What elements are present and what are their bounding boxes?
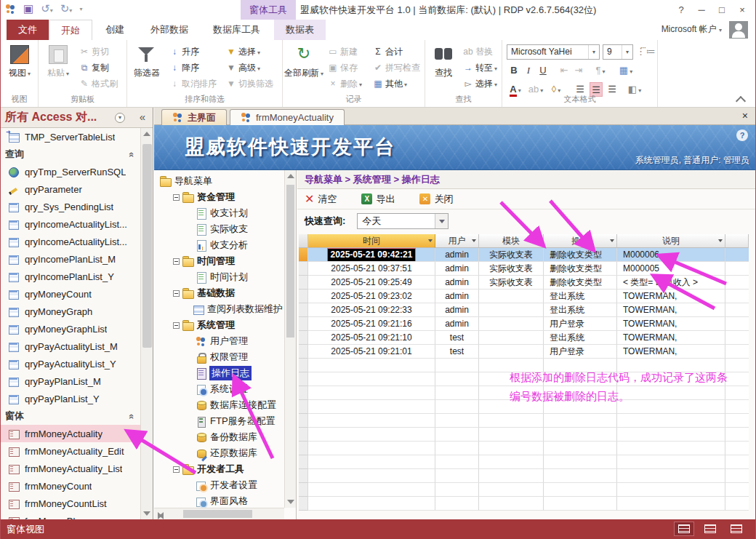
cell-用户[interactable]: admin [435,317,479,331]
sort-descending-button[interactable]: ↓降序 [169,60,199,76]
cell-操作[interactable]: 删除收支类型 [544,276,617,290]
bold-button[interactable]: B [508,63,520,78]
cell-操作[interactable]: 删除收支类型 [544,262,617,276]
redo-icon[interactable]: ↻▾ [60,2,73,15]
sort-ascending-button[interactable]: ↓升序 [169,44,199,60]
sort-dropdown-icon[interactable] [472,239,476,242]
section-forms[interactable]: 窗体« [1,407,140,425]
table-row[interactable]: 2025-05-21 09:21:10test登出系统TOWERMAN, [299,331,749,345]
tree-vertical-scrollbar[interactable] [284,170,296,508]
scroll-right-icon[interactable] [156,510,164,519]
tree-item-系统管理[interactable]: 系统管理 [157,317,283,333]
sidebar-item-frmMoneyActuality_Edit[interactable]: frmMoneyActuality_Edit [1,442,140,460]
row-selector[interactable] [299,331,308,345]
cell-用户[interactable]: test [435,345,479,359]
cell-用户[interactable]: admin [435,290,479,303]
table-row[interactable]: 2025-05-21 09:21:16admin用户登录TOWERMAN, [299,317,749,331]
sidebar-item-frmMoneyActuality_List[interactable]: frmMoneyActuality_List [1,460,140,477]
selection-filter-button[interactable]: ▼选择▾ [226,44,260,60]
italic-button[interactable]: I [523,63,534,78]
tree-horizontal-scrollbar[interactable] [154,508,284,519]
tree-item-用户管理[interactable]: 用户管理 [157,333,283,349]
row-selector[interactable] [299,248,308,262]
save-icon[interactable]: ▣ [23,2,33,15]
row-selector[interactable] [299,483,308,497]
tree-item-基础数据[interactable]: 基础数据 [157,285,283,301]
advanced-filter-button[interactable]: ▼高级▾ [226,60,260,76]
collapse-expander-icon[interactable] [173,466,180,473]
tree-item-资金管理[interactable]: 资金管理 [157,189,283,205]
sort-dropdown-icon[interactable] [536,239,541,242]
shutter-bar-collapse-icon[interactable]: « [140,111,145,123]
close-button[interactable]: × [732,0,752,20]
tree-item-操作日志[interactable]: 操作日志 [157,365,283,381]
table-row[interactable]: 2025-05-21 09:42:21admin实际收支表删除收支类型M0000… [299,248,749,262]
filter-button[interactable]: 筛选器 [130,44,164,79]
customize-qat-icon[interactable]: ▾ [79,6,82,12]
cell-说明[interactable]: TOWERMAN, [617,303,725,317]
row-selector[interactable] [299,414,308,428]
column-header-模块[interactable]: 模块 [479,234,544,248]
cell-用户[interactable]: admin [435,303,479,317]
cell-时间[interactable]: 2025-05-21 09:21:10 [308,331,435,345]
cell-说明[interactable]: TOWERMAN, [617,345,725,359]
help-button[interactable]: ? [671,0,691,20]
tree-item-还原数据库[interactable]: 还原数据库 [157,445,283,461]
chevron-down-icon[interactable]: ▾ [115,113,125,123]
row-selector[interactable] [299,455,308,469]
totals-button[interactable]: Σ合计 [373,44,403,60]
cell-说明[interactable]: < 类型= 出租收入 > [617,276,725,290]
row-selector[interactable] [299,442,308,455]
sidebar-item-frmMoneyCountList[interactable]: frmMoneyCountList [1,495,140,512]
collapse-ribbon-icon[interactable] [736,97,745,103]
close-log-button[interactable]: ✕关闭 [419,193,453,206]
clear-button[interactable]: ✕清空 [305,192,337,206]
table-empty-row[interactable] [299,428,749,442]
sidebar-item-qryPayPlanList_Y[interactable]: qryPayPlanList_Y [1,390,140,407]
cell-模块[interactable]: 实际收支表 [479,248,544,262]
scrollbar-thumb[interactable] [183,510,252,518]
row-selector[interactable] [299,428,308,442]
select-button[interactable]: ▻选择▾ [463,76,497,92]
cell-时间[interactable]: 2025-05-21 09:42:21 [308,248,435,262]
save-record-button[interactable]: ▣保存 [328,60,358,76]
tree-item-开发者设置[interactable]: 开发者设置 [157,477,283,493]
cell-说明[interactable]: TOWERMAN, [617,331,725,345]
numbered-list-button[interactable]: ⋮⃛ [636,44,646,59]
sidebar-item-qryMoneyGraph[interactable]: qryMoneyGraph [1,303,140,320]
cell-说明[interactable]: TOWERMAN, [617,290,725,303]
cell-操作[interactable]: 登出系统 [544,331,617,345]
font-size-select[interactable]: 9▾ [603,44,633,60]
cell-模块[interactable]: 实际收支表 [479,262,544,276]
tab-home[interactable]: 开始 [49,20,92,40]
form-view-icon[interactable] [674,522,694,536]
collapse-expander-icon[interactable] [173,290,180,297]
help-icon[interactable]: ? [736,129,748,141]
tree-item-权限管理[interactable]: 权限管理 [157,349,283,365]
collapse-expander-icon[interactable] [173,322,180,329]
tab-create[interactable]: 创建 [94,20,136,40]
maximize-button[interactable]: □ [712,0,732,20]
tree-item-导航菜单[interactable]: 导航菜单 [157,173,283,189]
sidebar-item-frmMoneyPlan[interactable]: frmMoneyPlan [1,512,140,519]
find-button[interactable]: 查找 [427,44,460,79]
column-header-说明[interactable]: 说明 [617,234,725,248]
cell-模块[interactable] [479,290,544,303]
sidebar-item-qryIncomeActualityList...[interactable]: qryIncomeActualityList... [1,233,140,250]
cell-模块[interactable]: 实际收支表 [479,276,544,290]
sort-dropdown-icon[interactable] [428,239,433,242]
nav-pane-scrollbar[interactable] [140,128,153,519]
tree-item-查阅列表数据维护[interactable]: 查阅列表数据维护 [157,301,283,317]
table-row[interactable]: 2025-05-21 09:21:01test用户登录TOWERMAN, [299,345,749,359]
sidebar-item-qryMoneyGraphList[interactable]: qryMoneyGraphList [1,320,140,338]
cell-用户[interactable]: admin [435,276,479,290]
column-header-时间[interactable]: 时间 [308,234,435,248]
table-empty-row[interactable] [299,483,749,497]
format-painter-button[interactable]: ✎格式刷 [79,76,118,92]
tree-item-时间计划[interactable]: 时间计划 [157,269,283,285]
font-name-select[interactable]: Microsoft YaHei▾ [507,44,600,60]
cell-说明[interactable]: TOWERMAN, [617,317,725,331]
tree-item-系统设置[interactable]: 系统设置 [157,381,283,397]
table-empty-row[interactable] [299,469,749,483]
cell-模块[interactable] [479,317,544,331]
